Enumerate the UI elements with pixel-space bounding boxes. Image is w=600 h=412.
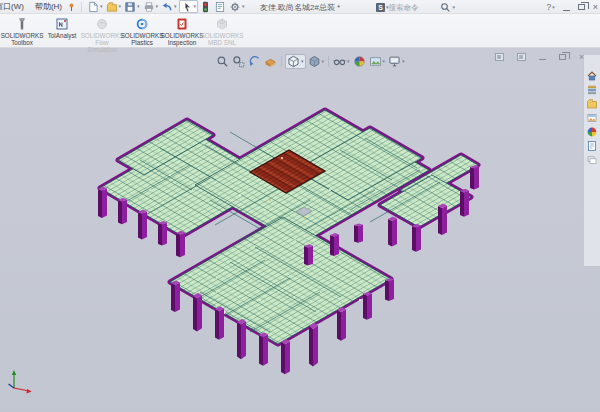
home-icon xyxy=(586,70,598,82)
taskpane-forum-tab[interactable] xyxy=(585,153,599,166)
addin-label-line: Inspection xyxy=(168,39,197,46)
options-button[interactable]: ▾ xyxy=(228,0,246,13)
zoom-to-fit-icon xyxy=(216,55,229,68)
document-window-controls: × xyxy=(495,52,584,62)
addin-label-line: SOLIDWORKS xyxy=(1,32,44,39)
window-pane-icon[interactable] xyxy=(517,53,526,61)
previous-view-icon xyxy=(248,55,261,68)
close-icon: × xyxy=(593,3,598,12)
appearance-ball-icon xyxy=(353,55,366,68)
menu-help[interactable]: 帮助(H) xyxy=(33,0,64,13)
heads-up-view-toolbar: ▾ ▾ ▾ xyxy=(215,54,406,69)
addin-label-line: SOLIDWORKS xyxy=(201,32,244,39)
restore-button[interactable] xyxy=(578,4,585,10)
select-tool-button[interactable]: ▾ xyxy=(179,0,199,13)
close-button[interactable]: × xyxy=(593,3,598,12)
pin-menu-icon[interactable] xyxy=(67,2,77,12)
appearances-ball-icon xyxy=(586,126,598,138)
section-view-icon xyxy=(264,55,277,68)
addin-solidworks-plastics[interactable]: SOLIDWORKS Plastics xyxy=(122,16,162,46)
dropdown-caret: ▾ xyxy=(402,59,405,64)
previous-view-button[interactable] xyxy=(247,54,262,69)
dropdown-caret: ▾ xyxy=(174,4,177,9)
dropdown-caret: ▾ xyxy=(156,4,159,9)
undo-arrow-icon xyxy=(161,1,173,13)
zoom-to-fit-button[interactable] xyxy=(215,54,230,69)
solidworks-logo-icon[interactable]: S xyxy=(376,3,385,12)
gear-icon xyxy=(229,1,241,13)
dropdown-caret: ▾ xyxy=(242,4,245,9)
view-settings-button[interactable]: ▾ xyxy=(387,54,406,69)
taskpane-home-tab[interactable] xyxy=(585,69,599,82)
taskpane-appearances-tab[interactable] xyxy=(585,125,599,138)
dropdown-caret: ▾ xyxy=(347,59,350,64)
doc-minimize-button[interactable] xyxy=(539,52,546,62)
taskpane-view-palette-tab[interactable] xyxy=(585,111,599,124)
x-axis xyxy=(14,388,29,391)
search-icon[interactable] xyxy=(440,2,451,13)
open-document-button[interactable]: ▾ xyxy=(105,0,123,13)
window-pane-icon[interactable] xyxy=(495,53,504,61)
file-properties-button[interactable] xyxy=(213,0,227,13)
toolbar-divider xyxy=(81,2,82,12)
print-button[interactable]: ▾ xyxy=(142,0,160,13)
search-input[interactable] xyxy=(388,2,440,13)
new-document-button[interactable]: ▾ xyxy=(86,0,104,13)
help-button[interactable]: ? ▾ xyxy=(546,3,555,12)
addin-label-line: SOLIDWORKS xyxy=(121,32,164,39)
hide-show-items-button[interactable]: ▾ xyxy=(332,54,351,69)
addin-label-line: Simulation xyxy=(87,46,116,53)
addin-label-line: Flow xyxy=(95,39,108,46)
apply-scene-button[interactable]: ▾ xyxy=(368,54,387,69)
addin-solidworks-toolbox[interactable]: SOLIDWORKS Toolbox xyxy=(2,16,42,46)
display-style-icon xyxy=(308,55,321,68)
view-palette-icon xyxy=(586,112,598,124)
dropdown-caret: ▾ xyxy=(452,5,455,10)
view-orientation-button[interactable]: ▾ xyxy=(285,54,306,69)
rebuild-button[interactable] xyxy=(199,0,212,13)
section-view-button[interactable] xyxy=(263,54,278,69)
addin-label-line: Plastics xyxy=(131,39,153,46)
doc-restore-button[interactable] xyxy=(559,52,566,62)
solidworks-window: 窗口(W) 帮助(H) ▾ ▾ ▾ xyxy=(0,0,600,412)
mbd-cube-icon xyxy=(215,17,229,31)
view-orientation-cube-icon xyxy=(287,55,300,68)
printer-icon xyxy=(143,1,155,13)
toolbox-bolt-icon xyxy=(15,17,29,31)
close-icon: × xyxy=(579,52,584,62)
inspection-icon xyxy=(175,17,189,31)
addin-label-line: TolAnalyst xyxy=(48,32,77,39)
file-explorer-folder-icon xyxy=(586,98,598,110)
glasses-icon xyxy=(333,55,346,68)
design-library-icon xyxy=(586,84,598,96)
graphics-area[interactable]: × xyxy=(0,48,600,412)
z-axis xyxy=(9,384,15,388)
dropdown-caret: ▾ xyxy=(194,4,197,9)
display-style-button[interactable]: ▾ xyxy=(307,54,326,69)
minimize-icon xyxy=(563,10,570,11)
save-button[interactable]: ▾ xyxy=(123,0,141,13)
addin-tolanalyst[interactable]: TolAnalyst xyxy=(42,16,82,39)
minimize-button[interactable] xyxy=(563,4,570,11)
addin-solidworks-inspection[interactable]: SOLIDWORKS Inspection xyxy=(162,16,202,46)
undo-button[interactable]: ▾ xyxy=(160,0,178,13)
dropdown-caret: ▾ xyxy=(383,59,386,64)
coordinate-triad xyxy=(9,370,32,394)
addin-flow-simulation: SOLIDWORKS Flow Simulation xyxy=(82,16,122,53)
menu-window[interactable]: 窗口(W) xyxy=(0,0,26,13)
taskpane-file-explorer-tab[interactable] xyxy=(585,97,599,110)
minimize-icon xyxy=(539,59,546,60)
dropdown-caret: ▾ xyxy=(119,4,122,9)
edit-appearance-button[interactable] xyxy=(352,54,367,69)
taskpane-custom-properties-tab[interactable] xyxy=(585,139,599,152)
open-folder-icon xyxy=(106,1,118,13)
select-cursor-icon xyxy=(181,1,193,13)
doc-close-button[interactable]: × xyxy=(579,52,584,62)
quick-access-toolbar: ▾ ▾ ▾ ▾ xyxy=(86,0,246,13)
toolbar-divider xyxy=(328,56,329,67)
model-3d-view[interactable] xyxy=(0,48,600,412)
zoom-to-area-button[interactable] xyxy=(231,54,246,69)
restore-icon xyxy=(559,54,566,60)
toolbar-divider xyxy=(281,56,282,67)
taskpane-design-library-tab[interactable] xyxy=(585,83,599,96)
